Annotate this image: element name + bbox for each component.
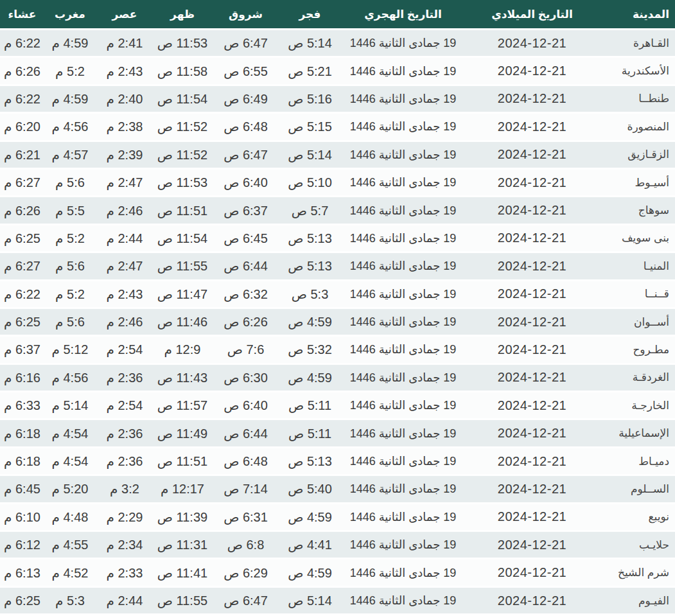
- cell-fajr-time: 4:41 ص: [280, 532, 340, 559]
- header-maghrib: مغرب: [44, 0, 96, 30]
- cell-fajr-time: 4:59 ص: [280, 309, 340, 337]
- cell-fajr-time: 5:13 ص: [280, 448, 340, 476]
- cell-dhuhr-time: 11:55 ص: [153, 588, 211, 615]
- cell-hijri-date: 19 جمادى الثانية 1446: [340, 448, 466, 476]
- cell-city: المنصورة: [598, 114, 675, 141]
- cell-hijri-date: 19 جمادى الثانية 1446: [340, 588, 466, 615]
- cell-isha-time: 6:22 م: [0, 86, 44, 114]
- cell-city: الزقـازيق: [598, 142, 675, 170]
- cell-dhuhr-time: 11:31 ص: [153, 532, 211, 559]
- cell-gregorian-date: 2024-12-21: [466, 504, 598, 532]
- table-row: المنيـا 2024-12-21 19 جمادى الثانية 1446…: [0, 253, 675, 281]
- cell-gregorian-date: 2024-12-21: [466, 309, 598, 337]
- cell-fajr-time: 5:14 ص: [280, 588, 340, 615]
- table-row: الإسماعيلية 2024-12-21 19 جمادى الثانية …: [0, 420, 675, 448]
- cell-hijri-date: 19 جمادى الثانية 1446: [340, 253, 466, 281]
- cell-asr-time: 2:41 م: [96, 30, 153, 58]
- cell-asr-time: 3:2 م: [96, 476, 153, 504]
- cell-maghrib-time: 4:59 م: [44, 30, 96, 58]
- cell-asr-time: 2:46 م: [96, 309, 153, 337]
- cell-dhuhr-time: 11:54 ص: [153, 225, 211, 253]
- cell-city: الغردقـة: [598, 365, 675, 392]
- cell-asr-time: 2:46 م: [96, 197, 153, 225]
- cell-dhuhr-time: 11:53 ص: [153, 170, 211, 197]
- cell-fajr-time: 5:15 ص: [280, 114, 340, 141]
- cell-gregorian-date: 2024-12-21: [466, 30, 598, 58]
- cell-fajr-time: 5:14 ص: [280, 30, 340, 58]
- header-row: المدينة التاريخ الميلادي التاريخ الهجري …: [0, 0, 675, 30]
- cell-isha-time: 6:12 م: [0, 532, 44, 559]
- cell-isha-time: 6:10 م: [0, 504, 44, 532]
- cell-asr-time: 2:43 م: [96, 58, 153, 85]
- cell-sunrise-time: 7:14 ص: [211, 476, 280, 504]
- cell-city: مطـروح: [598, 337, 675, 364]
- cell-asr-time: 2:54 م: [96, 392, 153, 420]
- cell-sunrise-time: 6:44 ص: [211, 420, 280, 448]
- cell-asr-time: 2:47 م: [96, 253, 153, 281]
- cell-gregorian-date: 2024-12-21: [466, 365, 598, 392]
- cell-gregorian-date: 2024-12-21: [466, 476, 598, 504]
- cell-gregorian-date: 2024-12-21: [466, 197, 598, 225]
- cell-isha-time: 6:26 م: [0, 58, 44, 85]
- table-row: قــنــا 2024-12-21 19 جمادى الثانية 1446…: [0, 281, 675, 309]
- cell-maghrib-time: 5:20 م: [44, 476, 96, 504]
- table-body: القـاهرة 2024-12-21 19 جمادى الثانية 144…: [0, 30, 675, 615]
- cell-hijri-date: 19 جمادى الثانية 1446: [340, 365, 466, 392]
- cell-hijri-date: 19 جمادى الثانية 1446: [340, 197, 466, 225]
- cell-dhuhr-time: 11:51 ص: [153, 448, 211, 476]
- cell-gregorian-date: 2024-12-21: [466, 253, 598, 281]
- cell-dhuhr-time: 11:41 ص: [153, 559, 211, 587]
- cell-isha-time: 6:21 م: [0, 142, 44, 170]
- cell-dhuhr-time: 11:49 ص: [153, 420, 211, 448]
- cell-sunrise-time: 6:47 ص: [211, 30, 280, 58]
- cell-maghrib-time: 4:56 م: [44, 114, 96, 141]
- cell-fajr-time: 5:10 ص: [280, 170, 340, 197]
- prayer-times-table: المدينة التاريخ الميلادي التاريخ الهجري …: [0, 0, 675, 615]
- cell-sunrise-time: 6:8 ص: [211, 532, 280, 559]
- cell-fajr-time: 5:11 ص: [280, 420, 340, 448]
- cell-city: دميـاط: [598, 448, 675, 476]
- cell-dhuhr-time: 11:46 ص: [153, 309, 211, 337]
- cell-gregorian-date: 2024-12-21: [466, 114, 598, 141]
- cell-hijri-date: 19 جمادى الثانية 1446: [340, 559, 466, 587]
- cell-maghrib-time: 4:48 م: [44, 504, 96, 532]
- header-fajr: فجر: [280, 0, 340, 30]
- cell-city: الســلوم: [598, 476, 675, 504]
- cell-asr-time: 2:54 م: [96, 337, 153, 364]
- cell-dhuhr-time: 11:53 ص: [153, 30, 211, 58]
- cell-maghrib-time: 5:2 م: [44, 281, 96, 309]
- table-row: حلايـب 2024-12-21 19 جمادى الثانية 1446 …: [0, 532, 675, 559]
- cell-hijri-date: 19 جمادى الثانية 1446: [340, 309, 466, 337]
- cell-hijri-date: 19 جمادى الثانية 1446: [340, 114, 466, 141]
- cell-isha-time: 6:18 م: [0, 420, 44, 448]
- cell-sunrise-time: 6:31 ص: [211, 504, 280, 532]
- table-row: الفيـوم 2024-12-21 19 جمادى الثانية 1446…: [0, 588, 675, 615]
- cell-asr-time: 2:36 م: [96, 420, 153, 448]
- cell-asr-time: 2:44 م: [96, 588, 153, 615]
- cell-hijri-date: 19 جمادى الثانية 1446: [340, 142, 466, 170]
- cell-dhuhr-time: 11:54 ص: [153, 86, 211, 114]
- cell-hijri-date: 19 جمادى الثانية 1446: [340, 30, 466, 58]
- cell-gregorian-date: 2024-12-21: [466, 420, 598, 448]
- cell-sunrise-time: 6:30 ص: [211, 365, 280, 392]
- cell-dhuhr-time: 12:17 م: [153, 476, 211, 504]
- cell-sunrise-time: 6:47 ص: [211, 142, 280, 170]
- cell-sunrise-time: 6:44 ص: [211, 253, 280, 281]
- cell-asr-time: 2:34 م: [96, 532, 153, 559]
- table-row: المنصورة 2024-12-21 19 جمادى الثانية 144…: [0, 114, 675, 141]
- cell-sunrise-time: 6:32 ص: [211, 281, 280, 309]
- table-row: الســلوم 2024-12-21 19 جمادى الثانية 144…: [0, 476, 675, 504]
- cell-gregorian-date: 2024-12-21: [466, 448, 598, 476]
- cell-maghrib-time: 5:2 م: [44, 225, 96, 253]
- cell-gregorian-date: 2024-12-21: [466, 225, 598, 253]
- cell-dhuhr-time: 11:58 ص: [153, 58, 211, 85]
- cell-sunrise-time: 6:40 ص: [211, 170, 280, 197]
- table-row: طنطــا 2024-12-21 19 جمادى الثانية 1446 …: [0, 86, 675, 114]
- cell-maghrib-time: 4:57 م: [44, 142, 96, 170]
- cell-fajr-time: 5:21 ص: [280, 58, 340, 85]
- table-row: شرم الشيخ 2024-12-21 19 جمادى الثانية 14…: [0, 559, 675, 587]
- cell-hijri-date: 19 جمادى الثانية 1446: [340, 86, 466, 114]
- cell-city: أسيـوط: [598, 170, 675, 197]
- cell-dhuhr-time: 11:52 ص: [153, 142, 211, 170]
- cell-city: شرم الشيخ: [598, 559, 675, 587]
